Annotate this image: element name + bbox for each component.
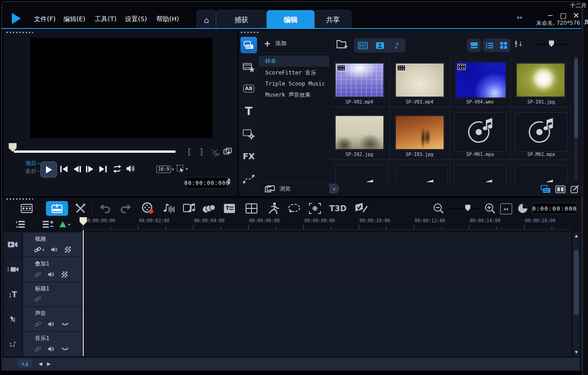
transparency-toggle[interactable] bbox=[65, 247, 71, 253]
preview-timecode[interactable]: 00:00:00:000 bbox=[186, 177, 228, 189]
media-thumbnail-sp-i02[interactable] bbox=[335, 115, 384, 150]
nav-motion-path-button[interactable] bbox=[242, 172, 255, 185]
customize-motion-button[interactable] bbox=[287, 202, 302, 214]
mode-project[interactable]: 项目− bbox=[25, 160, 41, 167]
edit-panel-button[interactable] bbox=[569, 184, 581, 194]
playhead-line[interactable] bbox=[83, 230, 84, 356]
browse-button[interactable]: 浏览 bbox=[265, 185, 291, 193]
gallery-scrollbar-thumb[interactable] bbox=[574, 59, 578, 138]
import-media-button[interactable] bbox=[337, 39, 348, 50]
nav-instant-project-button[interactable] bbox=[242, 61, 255, 74]
timecode-spinner[interactable]: ▲ ▼ bbox=[228, 178, 230, 185]
fit-timeline-button[interactable]: ↔ bbox=[500, 203, 512, 214]
zoom-out-button[interactable] bbox=[432, 202, 445, 214]
preview-screen[interactable] bbox=[30, 38, 212, 138]
mute-toggle[interactable] bbox=[48, 321, 55, 327]
split-screen-template-button[interactable] bbox=[245, 202, 258, 214]
tab-share[interactable]: 共享 bbox=[314, 10, 351, 29]
track-manager-button[interactable] bbox=[15, 220, 28, 229]
spinner-down-icon[interactable]: ▼ bbox=[228, 181, 230, 185]
waveform-toggle[interactable] bbox=[62, 322, 69, 326]
minimize-button[interactable]: ─ bbox=[544, 11, 556, 20]
music-track-type-cell[interactable]: 1♪ bbox=[4, 332, 22, 356]
filter-photos-button[interactable] bbox=[371, 38, 388, 52]
subtitle-editor-button[interactable]: T bbox=[223, 202, 236, 214]
redo-button[interactable] bbox=[119, 202, 132, 214]
repeat-button[interactable] bbox=[112, 165, 122, 173]
enlarge-preview-button[interactable] bbox=[223, 148, 232, 155]
media-thumbnail-sp-v03[interactable] bbox=[395, 63, 444, 97]
media-thumbnail-audio[interactable] bbox=[335, 165, 388, 182]
voice-track-type-cell[interactable] bbox=[4, 307, 22, 331]
media-thumbnail-sp-v04[interactable] bbox=[456, 62, 506, 98]
video-track-lane[interactable] bbox=[83, 232, 571, 257]
go-to-end-button[interactable] bbox=[98, 166, 107, 173]
media-thumbnail-audio[interactable] bbox=[454, 165, 507, 182]
media-thumbnail-sp-m01[interactable] bbox=[454, 112, 507, 152]
mask-tracker-button[interactable] bbox=[308, 202, 322, 214]
category-muserk[interactable]: Muserk 声音效果 bbox=[259, 89, 335, 100]
sound-mixer-button[interactable] bbox=[162, 202, 176, 214]
category-scorefitter[interactable]: ScoreFitter 音乐 bbox=[259, 67, 335, 78]
music-track-lane[interactable] bbox=[83, 332, 571, 356]
menu-file[interactable]: 文件(F) bbox=[32, 13, 57, 24]
media-thumbnail-audio[interactable] bbox=[395, 165, 448, 182]
tools-button[interactable] bbox=[74, 202, 87, 214]
menu-edit[interactable]: 编辑(E) bbox=[62, 13, 87, 24]
waveform-toggle[interactable] bbox=[62, 347, 69, 351]
menu-settings[interactable]: 设置(S) bbox=[123, 13, 149, 24]
mute-toggle[interactable] bbox=[48, 346, 55, 352]
nav-media-button[interactable] bbox=[240, 37, 257, 53]
video-track-type-cell[interactable] bbox=[4, 232, 22, 257]
maximize-button[interactable]: □ bbox=[557, 11, 569, 20]
menu-tools[interactable]: 工具(T) bbox=[93, 13, 118, 24]
nav-overlay-button[interactable] bbox=[242, 128, 255, 140]
scroll-down-icon[interactable]: ▼ bbox=[573, 351, 580, 354]
banner-view-button[interactable] bbox=[467, 39, 481, 52]
timeline-timecode[interactable]: 0:00:00:000 bbox=[532, 203, 577, 214]
link-toggle[interactable] bbox=[34, 296, 41, 301]
overlay-track-header[interactable]: 叠加1 bbox=[23, 257, 82, 282]
selection-tool-selector[interactable]: ▾ bbox=[177, 165, 188, 173]
scrubber-track[interactable] bbox=[14, 150, 176, 153]
link-toggle[interactable] bbox=[34, 272, 41, 277]
volume-button[interactable] bbox=[126, 165, 136, 173]
overlay-track-type-cell[interactable]: 1 bbox=[4, 257, 22, 282]
mark-out-button[interactable]: ] bbox=[200, 147, 203, 156]
next-frame-button[interactable] bbox=[86, 166, 94, 173]
media-thumbnail-sp-i03[interactable] bbox=[395, 115, 444, 150]
link-toggle[interactable] bbox=[34, 346, 41, 352]
add-folder-button[interactable]: + 添加 bbox=[264, 39, 286, 48]
ripple-edit-button[interactable]: ▾ bbox=[59, 221, 70, 228]
collapse-library-button[interactable]: ‹ bbox=[329, 184, 339, 194]
scroll-left-button[interactable]: ◀ bbox=[37, 360, 44, 368]
nav-fx-button[interactable]: FX bbox=[242, 150, 256, 162]
options-panel-button[interactable] bbox=[554, 184, 566, 194]
title-track-header[interactable]: 标题1 bbox=[23, 282, 82, 306]
timeline-panel-grip[interactable] bbox=[6, 198, 33, 200]
category-samples[interactable]: 样本 bbox=[259, 56, 335, 67]
category-triple-scoop[interactable]: Triple Scoop Music bbox=[259, 78, 335, 89]
close-button[interactable]: × bbox=[570, 11, 582, 20]
scroll-up-icon[interactable]: ▲ bbox=[573, 234, 580, 238]
timeline-view-button[interactable] bbox=[46, 201, 68, 216]
media-thumbnail-sp-m02[interactable] bbox=[515, 112, 567, 152]
mask-creator-button[interactable] bbox=[354, 202, 369, 214]
mark-in-button[interactable]: [ bbox=[188, 147, 191, 156]
aspect-ratio-selector[interactable]: 16:9 ▾ bbox=[156, 166, 174, 173]
grid-view-button[interactable] bbox=[497, 39, 510, 52]
link-toggle[interactable]: ▾ bbox=[34, 247, 45, 252]
duration-button[interactable] bbox=[517, 202, 529, 214]
overlay-track-lane[interactable] bbox=[83, 257, 571, 282]
video-track-header[interactable]: 视频 ▾ bbox=[23, 232, 82, 257]
music-track-header[interactable]: 音乐1 bbox=[23, 332, 82, 356]
menu-help[interactable]: 帮助(H) bbox=[154, 13, 181, 24]
media-thumbnail-audio[interactable] bbox=[515, 165, 567, 182]
filter-audio-button[interactable]: ♪ bbox=[388, 38, 405, 52]
list-view-button[interactable] bbox=[483, 39, 497, 52]
nav-transition-button[interactable]: AB bbox=[242, 83, 256, 94]
add-remove-track-button[interactable] bbox=[41, 220, 54, 229]
media-thumbnail-sp-v02[interactable] bbox=[335, 63, 384, 97]
tab-edit[interactable]: 编辑 bbox=[267, 10, 314, 29]
home-tab[interactable]: ⌂ bbox=[197, 10, 216, 29]
